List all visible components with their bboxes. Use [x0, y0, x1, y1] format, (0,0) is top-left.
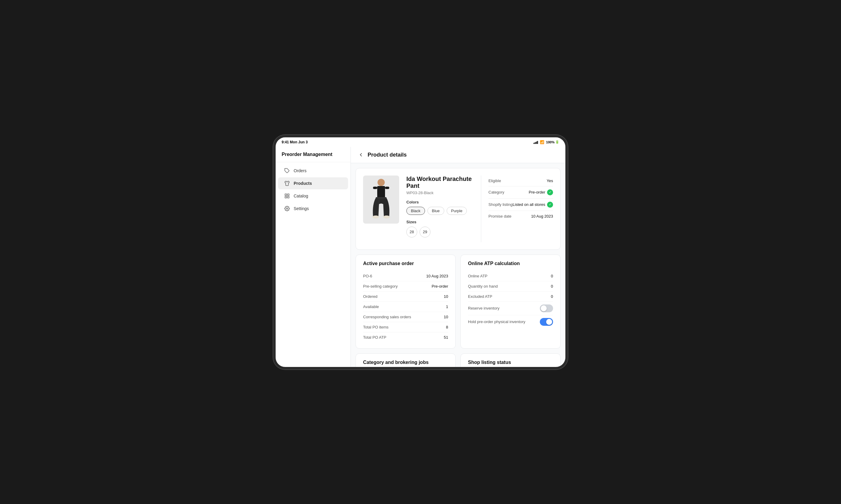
po-value-5: 8	[446, 325, 448, 329]
shirt-icon	[284, 180, 290, 186]
po-label-3: Available	[363, 304, 379, 309]
po-row-3: Available 1	[363, 302, 448, 312]
product-illustration	[368, 177, 395, 222]
sizes-label: Sizes	[406, 220, 474, 224]
grid-icon	[284, 193, 290, 199]
sidebar-item-products[interactable]: Products	[278, 177, 348, 189]
po-row-6: Total PO ATP 51	[363, 332, 448, 342]
gear-icon	[284, 205, 290, 212]
meta-category: Category Pre-order ✓	[488, 186, 553, 199]
back-button[interactable]	[358, 152, 364, 158]
product-detail-content: Ida Workout Parachute Pant WP03-28-Black…	[356, 168, 560, 249]
sidebar-item-orders[interactable]: Orders	[278, 165, 348, 177]
meta-promise: Promise date 10 Aug 2023	[488, 211, 553, 221]
size-28[interactable]: 28	[406, 227, 417, 237]
product-info: Ida Workout Parachute Pant WP03-28-Black…	[406, 176, 474, 242]
po-label-2: Ordered	[363, 294, 377, 299]
atp-row-hold: Hold pre-order physical inventory	[468, 315, 553, 328]
hold-label: Hold pre-order physical inventory	[468, 320, 525, 324]
middle-cards-row: Active purchase order PO-6 10 Aug 2023 P…	[356, 255, 560, 348]
shopify-check-icon: ✓	[547, 202, 553, 208]
shopify-label: Shopify listing	[488, 202, 513, 207]
svg-rect-8	[373, 187, 377, 189]
atp-value-1: 0	[551, 284, 553, 289]
po-value-2: 10	[444, 294, 448, 299]
orders-label: Orders	[294, 168, 307, 173]
toggle-knob-reserve	[541, 305, 547, 311]
color-purple[interactable]: Purple	[447, 207, 467, 215]
svg-rect-4	[288, 196, 289, 198]
battery-icon: 100% 🔋	[546, 140, 559, 144]
color-blue[interactable]: Blue	[427, 207, 444, 215]
meta-shopify: Shopify listing Listed on all stores ✓	[488, 199, 553, 211]
purchase-order-card: Active purchase order PO-6 10 Aug 2023 P…	[356, 255, 456, 348]
size-options: 28 29	[406, 227, 474, 237]
atp-row-2: Excluded ATP 0	[468, 291, 553, 302]
promise-value: 10 Aug 2023	[531, 214, 553, 218]
tag-icon	[284, 168, 290, 174]
atp-card: Online ATP calculation Online ATP 0 Quan…	[461, 255, 560, 348]
catalog-label: Catalog	[294, 194, 308, 198]
atp-row-1: Quantity on hand 0	[468, 281, 553, 291]
device-frame: 9:41 Mon Jun 3 📶 100% 🔋 Preorder Managem…	[273, 135, 568, 370]
shopify-value: Listed on all stores ✓	[513, 202, 553, 208]
status-icons: 📶 100% 🔋	[534, 140, 559, 144]
meta-eligible: Eligible Yes	[488, 176, 553, 186]
atp-label-2: Excluded ATP	[468, 294, 492, 299]
product-card: Ida Workout Parachute Pant WP03-28-Black…	[356, 168, 560, 250]
category-check-icon: ✓	[547, 189, 553, 195]
atp-value-0: 0	[551, 274, 553, 278]
atp-row-reserve: Reserve inventory	[468, 302, 553, 315]
product-image	[363, 176, 399, 223]
color-black[interactable]: Black	[406, 207, 425, 215]
po-row-5: Total PO items 8	[363, 322, 448, 332]
promise-label: Promise date	[488, 214, 512, 218]
sidebar-item-settings[interactable]: Settings	[278, 202, 348, 215]
shop-listing-card: Shop listing status US Store	[461, 354, 560, 367]
eligible-label: Eligible	[488, 179, 501, 183]
po-value-1: Pre-order	[432, 284, 448, 289]
po-label-5: Total PO items	[363, 325, 389, 329]
atp-row-0: Online ATP 0	[468, 271, 553, 281]
sidebar-item-catalog[interactable]: Catalog	[278, 190, 348, 202]
po-value-0: 10 Aug 2023	[426, 274, 448, 278]
page-header: Product details	[351, 147, 566, 163]
shop-listing-title: Shop listing status	[468, 360, 553, 365]
status-bar: 9:41 Mon Jun 3 📶 100% 🔋	[275, 137, 566, 147]
po-label-1: Pre-selling category	[363, 284, 398, 289]
category-brokering-title: Category and brokering jobs	[363, 360, 448, 365]
atp-value-2: 0	[551, 294, 553, 299]
svg-rect-9	[385, 187, 389, 189]
svg-rect-3	[285, 196, 286, 198]
svg-point-12	[383, 215, 390, 218]
svg-point-5	[286, 208, 288, 209]
bottom-cards-row: Category and brokering jobs Pre-sell con…	[356, 354, 560, 367]
svg-point-6	[377, 179, 385, 186]
product-name: Ida Workout Parachute Pant	[406, 176, 474, 189]
size-29[interactable]: 29	[419, 227, 430, 237]
svg-rect-7	[377, 186, 385, 198]
hold-preorder-toggle[interactable]	[540, 318, 553, 326]
category-value: Pre-order ✓	[529, 189, 553, 195]
reserve-label: Reserve inventory	[468, 306, 500, 310]
po-row-2: Ordered 10	[363, 291, 448, 302]
po-value-6: 51	[444, 335, 448, 340]
toggle-knob-hold	[546, 319, 552, 325]
po-row-1: Pre-selling category Pre-order	[363, 281, 448, 291]
colors-label: Colors	[406, 200, 474, 204]
po-row-0: PO-6 10 Aug 2023	[363, 271, 448, 281]
reserve-inventory-toggle[interactable]	[540, 304, 553, 312]
status-time: 9:41 Mon Jun 3	[282, 140, 308, 144]
eligible-value: Yes	[547, 179, 553, 183]
page-title: Product details	[368, 152, 407, 158]
signal-icon	[534, 140, 538, 144]
po-row-4: Corresponding sales orders 10	[363, 312, 448, 322]
sidebar: Preorder Management Orders Products Cata…	[275, 147, 351, 367]
po-label-0: PO-6	[363, 274, 372, 278]
color-options: Black Blue Purple	[406, 207, 474, 215]
atp-card-title: Online ATP calculation	[468, 261, 553, 266]
svg-rect-10	[376, 197, 387, 199]
svg-point-11	[372, 215, 379, 218]
main-content: Product details	[351, 147, 566, 367]
app-title: Preorder Management	[275, 152, 351, 162]
